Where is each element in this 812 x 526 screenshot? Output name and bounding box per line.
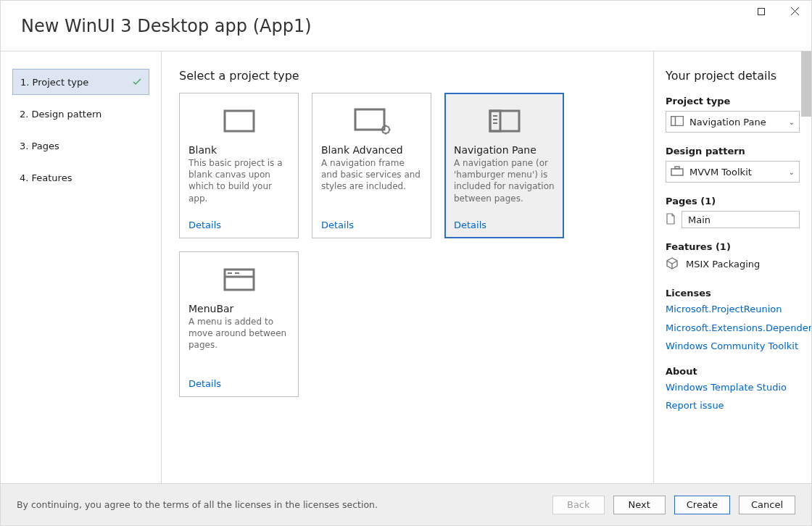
svg-rect-15: [490, 111, 500, 131]
license-link[interactable]: Windows Community Toolkit: [666, 340, 800, 353]
details-panel: Your project details Project type Naviga…: [653, 51, 811, 483]
about-label: About: [666, 366, 800, 377]
dialog-window: New WinUI 3 Desktop app (App1) 1. Projec…: [0, 0, 812, 526]
feature-name: MSIX Packaging: [686, 259, 760, 270]
footer-text: By continuing, you agree to the terms of…: [17, 499, 544, 510]
menubar-icon: [188, 262, 289, 297]
maximize-button[interactable]: [745, 1, 778, 22]
pages-label: Pages (1): [666, 196, 800, 206]
dropdown-value: MVVM Toolkit: [689, 167, 783, 178]
page-row: Main: [666, 211, 800, 228]
svg-rect-4: [355, 109, 384, 130]
blank-icon: [188, 104, 289, 138]
project-type-dropdown[interactable]: Navigation Pane ⌄: [666, 111, 800, 133]
navigation-pane-icon: [454, 104, 555, 138]
page-name-value: Main: [688, 214, 710, 225]
features-label: Features (1): [666, 241, 800, 252]
blank-advanced-icon: [321, 104, 422, 138]
card-blank[interactable]: Blank This basic project is a blank canv…: [179, 93, 299, 238]
dialog-footer: By continuing, you agree to the terms of…: [1, 483, 811, 525]
card-menubar[interactable]: MenuBar A menu is added to move around b…: [179, 251, 299, 397]
cancel-button[interactable]: Cancel: [739, 496, 795, 514]
card-desc: A menu is added to move around between p…: [188, 316, 289, 378]
licenses-links: Microsoft.ProjectReunion Microsoft.Exten…: [666, 303, 800, 353]
card-title: MenuBar: [188, 303, 289, 314]
maximize-icon: [758, 7, 765, 17]
card-blank-advanced[interactable]: Blank Advanced A navigation frame and ba…: [312, 93, 431, 238]
titlebar: New WinUI 3 Desktop app (App1): [1, 1, 811, 51]
step-label: 1. Project type: [20, 77, 88, 88]
card-desc: This basic project is a blank canvas upo…: [188, 157, 289, 220]
step-project-type[interactable]: 1. Project type: [12, 69, 149, 95]
toolkit-icon: [671, 166, 684, 178]
about-link[interactable]: Report issue: [666, 399, 800, 412]
chevron-down-icon: ⌄: [789, 118, 795, 126]
about-links: Windows Template Studio Report issue: [666, 381, 800, 412]
project-type-label: Project type: [666, 96, 800, 107]
dialog-body: 1. Project type 2. Design pattern 3. Pag…: [1, 51, 811, 483]
svg-rect-25: [671, 169, 683, 175]
step-pages[interactable]: 3. Pages: [12, 133, 149, 159]
card-title: Navigation Pane: [454, 144, 555, 156]
main-heading: Select a project type: [179, 69, 636, 83]
card-title: Blank Advanced: [321, 144, 422, 156]
package-icon: [666, 256, 679, 272]
svg-rect-0: [758, 8, 765, 14]
dropdown-value: Navigation Pane: [689, 117, 783, 128]
chevron-down-icon: ⌄: [789, 168, 795, 176]
svg-rect-23: [671, 116, 684, 125]
back-button: Back: [552, 496, 605, 514]
svg-rect-24: [671, 116, 676, 125]
design-pattern-label: Design pattern: [666, 146, 800, 156]
step-label: 2. Design pattern: [20, 109, 102, 120]
card-title: Blank: [188, 144, 289, 156]
create-button[interactable]: Create: [674, 496, 730, 514]
close-icon: [791, 7, 799, 17]
about-link[interactable]: Windows Template Studio: [666, 381, 800, 394]
svg-rect-14: [490, 111, 519, 131]
navigation-pane-small-icon: [671, 116, 684, 128]
card-navigation-pane[interactable]: Navigation Pane A navigation pane (or 'h…: [444, 93, 564, 238]
license-link[interactable]: Microsoft.ProjectReunion: [666, 303, 800, 316]
feature-row: MSIX Packaging: [666, 256, 800, 272]
scrollbar-thumb[interactable]: [801, 51, 811, 117]
step-label: 3. Pages: [20, 141, 59, 151]
licenses-label: Licenses: [666, 288, 800, 299]
step-features[interactable]: 4. Features: [12, 164, 149, 191]
step-design-pattern[interactable]: 2. Design pattern: [12, 101, 149, 127]
project-type-cards: Blank This basic project is a blank canv…: [179, 93, 636, 397]
close-button[interactable]: [778, 1, 811, 22]
card-desc: A navigation pane (or 'hamburger menu') …: [454, 157, 555, 220]
dialog-title: New WinUI 3 Desktop app (App1): [21, 16, 312, 36]
card-details-link[interactable]: Details: [188, 378, 289, 389]
page-name-field[interactable]: Main: [682, 211, 800, 228]
page-icon: [666, 213, 676, 227]
next-button[interactable]: Next: [613, 496, 666, 514]
svg-rect-3: [225, 111, 254, 131]
step-label: 4. Features: [20, 172, 72, 183]
main-content: Select a project type Blank This basic p…: [162, 51, 653, 483]
design-pattern-dropdown[interactable]: MVVM Toolkit ⌄: [666, 161, 800, 183]
card-desc: A navigation frame and basic services an…: [321, 157, 422, 220]
window-controls: [745, 1, 811, 22]
details-heading: Your project details: [666, 69, 800, 83]
steps-sidebar: 1. Project type 2. Design pattern 3. Pag…: [1, 51, 162, 483]
card-details-link[interactable]: Details: [188, 220, 289, 230]
card-details-link[interactable]: Details: [321, 220, 422, 230]
card-details-link[interactable]: Details: [454, 220, 555, 230]
check-icon: [133, 77, 141, 88]
svg-rect-26: [675, 167, 679, 169]
license-link[interactable]: Microsoft.Extensions.DependencyInjection: [666, 322, 800, 335]
